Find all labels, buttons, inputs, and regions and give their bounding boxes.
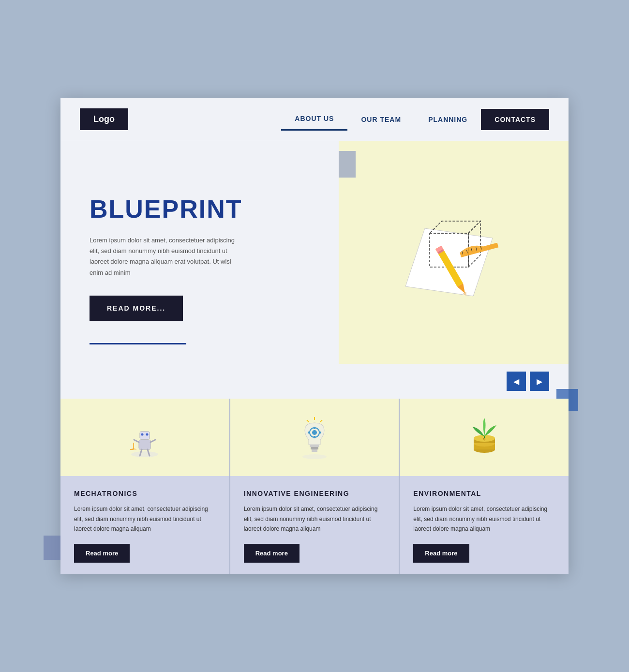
svg-rect-16 [140, 432, 150, 439]
svg-point-17 [141, 433, 144, 436]
hero-underline-decor [90, 343, 186, 344]
service-title-mechatronics: MECHATRONICS [74, 490, 216, 497]
nav-item-about[interactable]: ABOUT US [281, 108, 347, 131]
svg-point-14 [131, 451, 158, 457]
hero-illustration [376, 185, 531, 320]
nav-item-planning[interactable]: PLANNING [415, 109, 481, 130]
service-content-innovative: INNOVATIVE ENGINEERING Lorem ipsum dolor… [230, 476, 399, 574]
service-icon-area-environmental: $ [400, 399, 569, 476]
services-grid: MECHATRONICS Lorem ipsum dolor sit amet,… [60, 399, 569, 574]
service-title-innovative: INNOVATIVE ENGINEERING [244, 490, 386, 497]
hero-read-more-button[interactable]: READ MORE... [90, 296, 183, 321]
service-content-mechatronics: MECHATRONICS Lorem ipsum dolor sit amet,… [60, 476, 229, 574]
svg-rect-30 [308, 432, 310, 433]
service-text-mechatronics: Lorem ipsum dolor sit amet, consectetuer… [74, 504, 216, 534]
svg-rect-33 [311, 447, 318, 449]
page-wrapper: Logo ABOUT US OUR TEAM PLANNING CONTACTS… [60, 98, 569, 574]
svg-point-18 [146, 433, 149, 436]
svg-line-19 [134, 440, 139, 442]
navbar: Logo ABOUT US OUR TEAM PLANNING CONTACTS [60, 98, 569, 141]
service-col-mechatronics: MECHATRONICS Lorem ipsum dolor sit amet,… [60, 399, 230, 574]
carousel-controls: ◀ ▶ [60, 364, 569, 399]
mechatronics-icon [120, 413, 169, 462]
service-col-environmental: $ ENVIRONMENTAL Lorem ipsum dolor sit am… [400, 399, 569, 574]
svg-line-36 [320, 420, 322, 422]
logo[interactable]: Logo [80, 108, 128, 130]
hero-square-decor [339, 151, 356, 178]
svg-rect-15 [139, 440, 150, 449]
hero-section: BLUEPRINT Lorem ipsum dolor sit amet, co… [60, 141, 569, 364]
nav-item-contacts[interactable]: CONTACTS [481, 109, 549, 130]
hero-text: Lorem ipsum dolor sit amet, consectetuer… [90, 235, 244, 278]
nav-item-team[interactable]: OUR TEAM [347, 109, 415, 130]
service-icon-area-mechatronics [60, 399, 229, 476]
service-readmore-mechatronics[interactable]: Read more [74, 544, 130, 563]
svg-rect-31 [319, 432, 321, 433]
innovative-engineering-icon [290, 413, 339, 462]
hero-title: BLUEPRINT [90, 194, 319, 224]
hero-left: BLUEPRINT Lorem ipsum dolor sit amet, co… [60, 141, 339, 364]
nav-items: ABOUT US OUR TEAM PLANNING CONTACTS [281, 108, 549, 131]
svg-rect-28 [314, 427, 315, 429]
service-content-environmental: ENVIRONMENTAL Lorem ipsum dolor sit amet… [400, 476, 569, 574]
carousel-next-button[interactable]: ▶ [530, 372, 549, 391]
svg-point-25 [302, 454, 327, 459]
service-text-environmental: Lorem ipsum dolor sit amet, consectetuer… [413, 504, 555, 534]
svg-rect-29 [314, 436, 315, 438]
environmental-icon: $ [460, 413, 509, 462]
carousel-prev-button[interactable]: ◀ [507, 372, 526, 391]
svg-line-37 [307, 420, 309, 422]
hero-right [339, 141, 569, 364]
svg-rect-32 [310, 445, 319, 447]
services-section: MECHATRONICS Lorem ipsum dolor sit amet,… [60, 399, 569, 574]
service-text-innovative: Lorem ipsum dolor sit amet, consectetuer… [244, 504, 386, 534]
svg-point-27 [312, 430, 317, 435]
svg-line-20 [150, 440, 155, 442]
service-icon-area-innovative [230, 399, 399, 476]
service-readmore-environmental[interactable]: Read more [413, 544, 469, 563]
service-title-environmental: ENVIRONMENTAL [413, 490, 555, 497]
svg-rect-34 [312, 449, 317, 452]
service-readmore-innovative[interactable]: Read more [244, 544, 300, 563]
service-col-innovative: INNOVATIVE ENGINEERING Lorem ipsum dolor… [230, 399, 400, 574]
